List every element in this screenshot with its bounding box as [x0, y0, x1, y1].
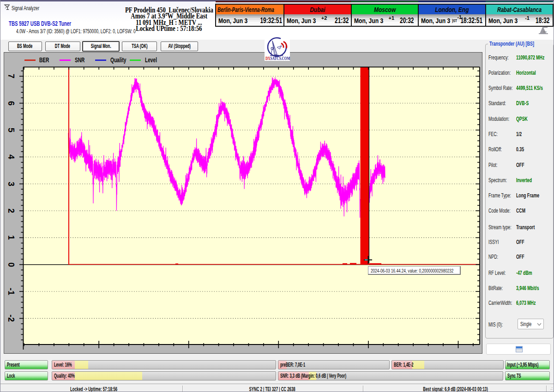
svg-text:DXSATCS.COM: DXSATCS.COM: [265, 56, 290, 61]
